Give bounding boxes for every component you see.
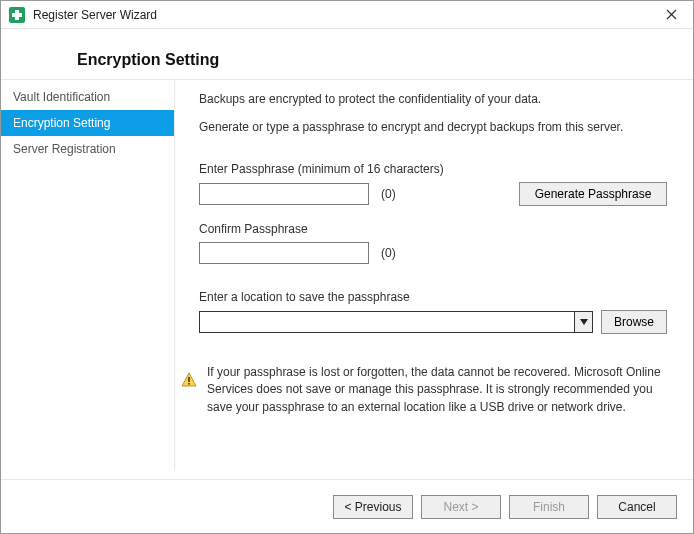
page-title: Encryption Setting (77, 51, 693, 69)
wizard-body: Vault Identification Encryption Setting … (1, 79, 693, 471)
finish-button: Finish (509, 495, 589, 519)
nav-encryption-setting[interactable]: Encryption Setting (1, 110, 174, 136)
generate-passphrase-button[interactable]: Generate Passphrase (519, 182, 667, 206)
enter-passphrase-count: (0) (381, 187, 396, 201)
wizard-main: Backups are encrypted to protect the con… (175, 80, 693, 471)
intro-text-2: Generate or type a passphrase to encrypt… (199, 120, 667, 134)
location-label: Enter a location to save the passphrase (199, 290, 667, 304)
nav-server-registration[interactable]: Server Registration (1, 136, 174, 162)
warning-icon (181, 372, 197, 388)
warning-text: If your passphrase is lost or forgotten,… (207, 364, 667, 416)
wizard-footer: < Previous Next > Finish Cancel (1, 479, 693, 533)
svg-rect-1 (188, 383, 190, 385)
nav-vault-identification[interactable]: Vault Identification (1, 84, 174, 110)
confirm-passphrase-label: Confirm Passphrase (199, 222, 667, 236)
browse-button[interactable]: Browse (601, 310, 667, 334)
next-button: Next > (421, 495, 501, 519)
location-combobox[interactable] (199, 311, 593, 333)
cancel-button[interactable]: Cancel (597, 495, 677, 519)
window-title: Register Server Wizard (33, 8, 157, 22)
svg-rect-0 (188, 377, 190, 382)
close-icon[interactable] (657, 1, 685, 29)
enter-passphrase-label: Enter Passphrase (minimum of 16 characte… (199, 162, 667, 176)
previous-button[interactable]: < Previous (333, 495, 413, 519)
intro-text-1: Backups are encrypted to protect the con… (199, 92, 667, 106)
nav-label: Encryption Setting (13, 116, 110, 130)
confirm-passphrase-input[interactable] (199, 242, 369, 264)
wizard-nav: Vault Identification Encryption Setting … (1, 80, 175, 471)
nav-label: Server Registration (13, 142, 116, 156)
wizard-header: Encryption Setting (1, 29, 693, 79)
titlebar: Register Server Wizard (1, 1, 693, 29)
chevron-down-icon[interactable] (574, 312, 592, 332)
confirm-passphrase-count: (0) (381, 246, 396, 260)
nav-label: Vault Identification (13, 90, 110, 104)
app-icon (9, 7, 25, 23)
enter-passphrase-input[interactable] (199, 183, 369, 205)
